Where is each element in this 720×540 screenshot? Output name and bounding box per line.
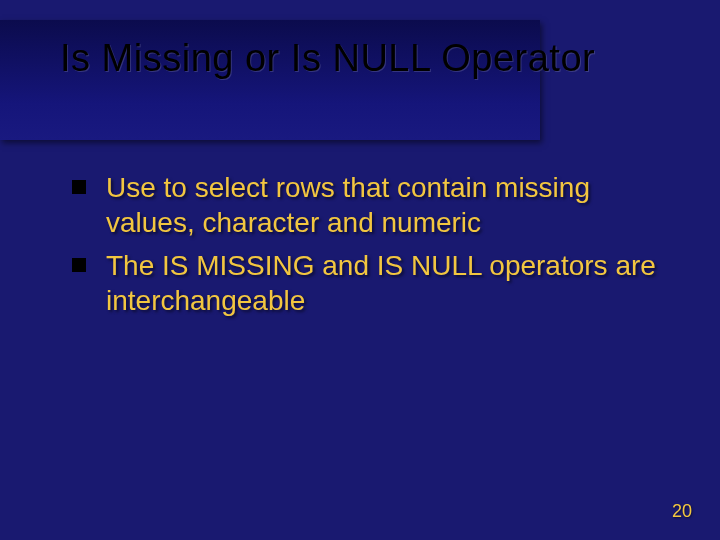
- square-bullet-icon: [72, 180, 86, 194]
- slide-title: Is Missing or Is NULL Operator: [60, 38, 680, 80]
- list-item: Use to select rows that contain missing …: [72, 170, 670, 240]
- bullet-text: The IS MISSING and IS NULL operators are…: [106, 248, 670, 318]
- list-item: The IS MISSING and IS NULL operators are…: [72, 248, 670, 318]
- bullet-text: Use to select rows that contain missing …: [106, 170, 670, 240]
- page-number: 20: [672, 501, 692, 522]
- bullet-list: Use to select rows that contain missing …: [72, 170, 670, 326]
- square-bullet-icon: [72, 258, 86, 272]
- slide: Is Missing or Is NULL Operator Use to se…: [0, 0, 720, 540]
